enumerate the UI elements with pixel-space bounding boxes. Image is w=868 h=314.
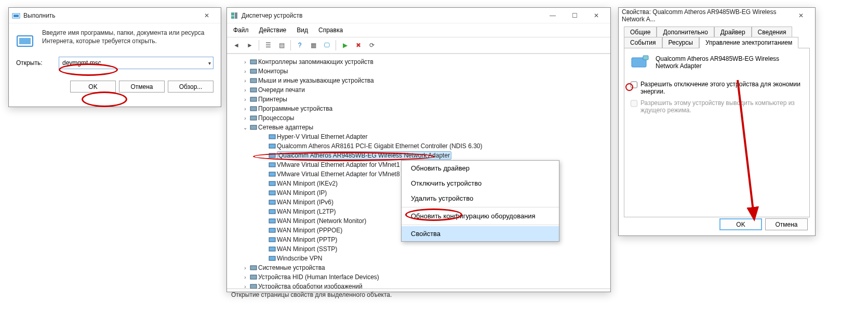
monitor-icon[interactable]: 🖵 bbox=[321, 40, 333, 51]
tree-node[interactable]: › Очереди печати bbox=[230, 85, 610, 95]
close-icon[interactable]: ✕ bbox=[196, 8, 218, 23]
ok-button[interactable]: OK bbox=[70, 81, 116, 93]
menu-action[interactable]: Действие bbox=[257, 25, 289, 35]
tree-node[interactable]: WAN Miniport (SSTP) bbox=[230, 244, 610, 254]
tabs: Общие Дополнительно Драйвер Сведения Соб… bbox=[619, 23, 815, 48]
maximize-icon[interactable]: ☐ bbox=[564, 8, 585, 23]
menu-view[interactable]: Вид bbox=[295, 25, 310, 35]
tree-label: WAN Miniport (PPTP) bbox=[277, 236, 337, 243]
run-title: Выполнить bbox=[23, 12, 196, 19]
tab-events[interactable]: События bbox=[624, 37, 662, 48]
device-icon bbox=[268, 199, 277, 206]
tree-node[interactable]: Hyper-V Virtual Ethernet Adapter bbox=[230, 132, 610, 141]
svg-rect-19 bbox=[269, 172, 275, 176]
tree-node[interactable]: ⌄ Сетевые адаптеры bbox=[230, 123, 610, 132]
ok-button[interactable]: OK bbox=[719, 218, 762, 230]
tree-twist-icon[interactable]: › bbox=[242, 265, 249, 271]
tab-advanced[interactable]: Дополнительно bbox=[657, 27, 714, 37]
tree-node[interactable]: › Контроллеры запоминающих устройств bbox=[230, 57, 610, 67]
svg-rect-16 bbox=[269, 144, 275, 148]
ctx-update-driver[interactable]: Обновить драйвер bbox=[402, 161, 559, 176]
tree-node[interactable]: › Принтеры bbox=[230, 95, 610, 104]
tree-twist-icon[interactable]: › bbox=[242, 97, 249, 102]
tab-details[interactable]: Сведения bbox=[752, 27, 793, 37]
svg-rect-21 bbox=[269, 191, 275, 195]
tree-node[interactable]: › Устройства HID (Human Interface Device… bbox=[230, 272, 610, 282]
close-icon[interactable]: ✕ bbox=[790, 8, 812, 23]
back-icon[interactable]: ◄ bbox=[230, 40, 243, 51]
minimize-icon[interactable]: — bbox=[542, 8, 564, 23]
device-icon bbox=[268, 227, 277, 234]
tree-node[interactable]: › Процессоры bbox=[230, 113, 610, 123]
tab-pane: Qualcomm Atheros AR9485WB-EG Wireless Ne… bbox=[624, 48, 810, 217]
cancel-button[interactable]: Отмена bbox=[119, 81, 165, 93]
tree-twist-icon[interactable]: › bbox=[242, 115, 249, 121]
svg-rect-9 bbox=[250, 78, 257, 83]
titlebar: Выполнить ✕ bbox=[9, 8, 221, 23]
device-icon bbox=[249, 86, 258, 94]
ctx-remove-device[interactable]: Удалить устройство bbox=[402, 191, 559, 206]
dm-title: Диспетчер устройств bbox=[242, 12, 542, 19]
properties-dialog: Свойства: Qualcomm Atheros AR9485WB-EG W… bbox=[618, 7, 816, 236]
svg-rect-28 bbox=[269, 256, 275, 260]
svg-rect-27 bbox=[269, 247, 275, 251]
enable-icon[interactable]: ▶ bbox=[339, 40, 351, 51]
ctx-disable-device[interactable]: Отключить устройство bbox=[402, 176, 559, 191]
device-icon bbox=[249, 114, 258, 122]
tree-label: VMware Virtual Ethernet Adapter for VMne… bbox=[277, 161, 400, 168]
device-manager-icon bbox=[230, 11, 238, 20]
tree-twist-icon[interactable]: › bbox=[242, 106, 249, 112]
checkbox-allow-turnoff[interactable]: Разрешить отключение этого устройства дл… bbox=[631, 81, 803, 95]
help-icon[interactable]: ? bbox=[293, 40, 306, 51]
menu-file[interactable]: Файл bbox=[231, 25, 251, 35]
svg-rect-12 bbox=[250, 107, 257, 111]
tree-label: Очереди печати bbox=[258, 86, 305, 94]
tab-general[interactable]: Общие bbox=[624, 27, 657, 37]
run-big-icon bbox=[16, 31, 35, 49]
tree-twist-icon[interactable]: › bbox=[242, 274, 249, 280]
tree-node[interactable]: › Устройства обработки изображений bbox=[230, 282, 610, 289]
forward-icon[interactable]: ► bbox=[244, 40, 256, 51]
uninstall-icon[interactable]: ⟳ bbox=[366, 40, 378, 51]
tab-power[interactable]: Управление электропитанием bbox=[699, 37, 798, 48]
tree-label: Процессоры bbox=[258, 114, 295, 122]
tree-node[interactable]: Qualcomm Atheros AR8161 PCI-E Gigabit Et… bbox=[230, 141, 610, 151]
device-tree[interactable]: › Контроллеры запоминающих устройств› Мо… bbox=[227, 54, 610, 289]
checkbox-input[interactable] bbox=[631, 81, 637, 88]
tree-twist-icon[interactable]: ⌄ bbox=[242, 125, 249, 130]
tab-driver[interactable]: Драйвер bbox=[714, 27, 752, 37]
svg-rect-7 bbox=[250, 60, 257, 64]
tree-label: VMware Virtual Ethernet Adapter for VMne… bbox=[277, 171, 400, 178]
view-detail-icon[interactable]: ▤ bbox=[275, 40, 288, 51]
view-list-icon[interactable]: ☰ bbox=[262, 40, 274, 51]
tree-node[interactable]: Qualcomm Atheros AR9485WB-EG Wireless Ne… bbox=[230, 151, 610, 160]
tree-twist-icon[interactable]: › bbox=[242, 59, 249, 65]
chevron-down-icon[interactable]: ▾ bbox=[208, 60, 211, 66]
properties-icon[interactable]: ▦ bbox=[307, 40, 319, 51]
run-description: Введите имя программы, папки, документа … bbox=[16, 29, 213, 45]
svg-rect-23 bbox=[269, 210, 275, 214]
disable-icon[interactable]: ✖ bbox=[352, 40, 365, 51]
device-icon bbox=[268, 142, 277, 150]
tree-twist-icon[interactable]: › bbox=[242, 78, 249, 84]
tab-resources[interactable]: Ресурсы bbox=[662, 37, 699, 48]
cancel-button[interactable]: Отмена bbox=[765, 218, 808, 230]
tree-twist-icon[interactable]: › bbox=[242, 69, 249, 74]
run-icon bbox=[12, 11, 20, 20]
tree-node[interactable]: › Мониторы bbox=[230, 67, 610, 76]
tree-twist-icon[interactable]: › bbox=[242, 87, 249, 93]
open-input[interactable]: devmgmt.msc ▾ bbox=[59, 57, 213, 69]
tree-node[interactable]: Windscribe VPN bbox=[230, 254, 610, 263]
checkbox-input bbox=[631, 100, 637, 107]
ctx-properties[interactable]: Свойства bbox=[402, 226, 559, 241]
tree-node[interactable]: › Системные устройства bbox=[230, 263, 610, 272]
close-icon[interactable]: ✕ bbox=[585, 8, 607, 23]
browse-button[interactable]: Обзор... bbox=[168, 81, 213, 93]
tree-node[interactable]: › Мыши и иные указывающие устройства bbox=[230, 76, 610, 85]
tree-node[interactable]: › Программные устройства bbox=[230, 104, 610, 113]
ctx-refresh-config[interactable]: Обновить конфигурацию оборудования bbox=[402, 208, 559, 224]
device-icon bbox=[249, 68, 258, 75]
menu-help[interactable]: Справка bbox=[316, 25, 345, 35]
device-name: Qualcomm Atheros AR9485WB-EG Wireless Ne… bbox=[656, 55, 803, 70]
tree-twist-icon[interactable]: › bbox=[242, 284, 249, 289]
